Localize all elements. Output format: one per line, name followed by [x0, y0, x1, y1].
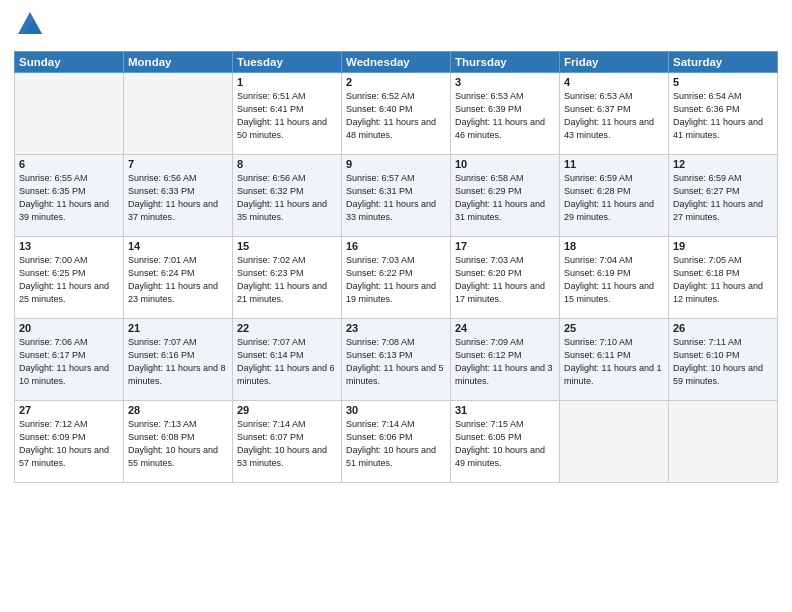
calendar-cell: 3Sunrise: 6:53 AMSunset: 6:39 PMDaylight… — [451, 72, 560, 154]
day-number: 5 — [673, 76, 773, 88]
weekday-header-tuesday: Tuesday — [233, 51, 342, 72]
day-number: 8 — [237, 158, 337, 170]
calendar-cell: 8Sunrise: 6:56 AMSunset: 6:32 PMDaylight… — [233, 154, 342, 236]
calendar-cell: 5Sunrise: 6:54 AMSunset: 6:36 PMDaylight… — [669, 72, 778, 154]
day-info: Sunrise: 6:52 AMSunset: 6:40 PMDaylight:… — [346, 90, 446, 142]
calendar-week-5: 27Sunrise: 7:12 AMSunset: 6:09 PMDayligh… — [15, 400, 778, 482]
calendar-cell — [15, 72, 124, 154]
weekday-header-thursday: Thursday — [451, 51, 560, 72]
day-number: 16 — [346, 240, 446, 252]
calendar-cell — [669, 400, 778, 482]
day-number: 7 — [128, 158, 228, 170]
day-info: Sunrise: 7:09 AMSunset: 6:12 PMDaylight:… — [455, 336, 555, 388]
calendar-cell: 13Sunrise: 7:00 AMSunset: 6:25 PMDayligh… — [15, 236, 124, 318]
day-number: 6 — [19, 158, 119, 170]
calendar-week-2: 6Sunrise: 6:55 AMSunset: 6:35 PMDaylight… — [15, 154, 778, 236]
calendar-week-4: 20Sunrise: 7:06 AMSunset: 6:17 PMDayligh… — [15, 318, 778, 400]
day-number: 2 — [346, 76, 446, 88]
day-number: 30 — [346, 404, 446, 416]
day-info: Sunrise: 6:57 AMSunset: 6:31 PMDaylight:… — [346, 172, 446, 224]
day-info: Sunrise: 7:14 AMSunset: 6:07 PMDaylight:… — [237, 418, 337, 470]
calendar-cell: 15Sunrise: 7:02 AMSunset: 6:23 PMDayligh… — [233, 236, 342, 318]
day-info: Sunrise: 7:04 AMSunset: 6:19 PMDaylight:… — [564, 254, 664, 306]
calendar-cell: 19Sunrise: 7:05 AMSunset: 6:18 PMDayligh… — [669, 236, 778, 318]
page-header — [14, 10, 778, 43]
day-info: Sunrise: 7:02 AMSunset: 6:23 PMDaylight:… — [237, 254, 337, 306]
calendar-cell: 9Sunrise: 6:57 AMSunset: 6:31 PMDaylight… — [342, 154, 451, 236]
day-number: 29 — [237, 404, 337, 416]
calendar-cell: 12Sunrise: 6:59 AMSunset: 6:27 PMDayligh… — [669, 154, 778, 236]
day-number: 3 — [455, 76, 555, 88]
day-info: Sunrise: 7:03 AMSunset: 6:20 PMDaylight:… — [455, 254, 555, 306]
calendar-cell: 4Sunrise: 6:53 AMSunset: 6:37 PMDaylight… — [560, 72, 669, 154]
calendar-cell: 1Sunrise: 6:51 AMSunset: 6:41 PMDaylight… — [233, 72, 342, 154]
day-info: Sunrise: 7:01 AMSunset: 6:24 PMDaylight:… — [128, 254, 228, 306]
day-info: Sunrise: 6:56 AMSunset: 6:32 PMDaylight:… — [237, 172, 337, 224]
calendar-cell: 27Sunrise: 7:12 AMSunset: 6:09 PMDayligh… — [15, 400, 124, 482]
weekday-header-wednesday: Wednesday — [342, 51, 451, 72]
day-number: 21 — [128, 322, 228, 334]
day-info: Sunrise: 7:06 AMSunset: 6:17 PMDaylight:… — [19, 336, 119, 388]
day-number: 14 — [128, 240, 228, 252]
day-number: 13 — [19, 240, 119, 252]
day-info: Sunrise: 6:56 AMSunset: 6:33 PMDaylight:… — [128, 172, 228, 224]
day-number: 26 — [673, 322, 773, 334]
day-number: 22 — [237, 322, 337, 334]
calendar-cell: 22Sunrise: 7:07 AMSunset: 6:14 PMDayligh… — [233, 318, 342, 400]
day-info: Sunrise: 7:07 AMSunset: 6:14 PMDaylight:… — [237, 336, 337, 388]
calendar-cell: 31Sunrise: 7:15 AMSunset: 6:05 PMDayligh… — [451, 400, 560, 482]
day-info: Sunrise: 6:53 AMSunset: 6:37 PMDaylight:… — [564, 90, 664, 142]
calendar-cell: 11Sunrise: 6:59 AMSunset: 6:28 PMDayligh… — [560, 154, 669, 236]
calendar-cell: 7Sunrise: 6:56 AMSunset: 6:33 PMDaylight… — [124, 154, 233, 236]
day-info: Sunrise: 7:15 AMSunset: 6:05 PMDaylight:… — [455, 418, 555, 470]
day-number: 31 — [455, 404, 555, 416]
calendar-week-1: 1Sunrise: 6:51 AMSunset: 6:41 PMDaylight… — [15, 72, 778, 154]
day-info: Sunrise: 7:05 AMSunset: 6:18 PMDaylight:… — [673, 254, 773, 306]
day-info: Sunrise: 6:58 AMSunset: 6:29 PMDaylight:… — [455, 172, 555, 224]
weekday-header-friday: Friday — [560, 51, 669, 72]
logo — [14, 10, 44, 43]
day-number: 11 — [564, 158, 664, 170]
calendar-cell: 16Sunrise: 7:03 AMSunset: 6:22 PMDayligh… — [342, 236, 451, 318]
calendar-cell: 25Sunrise: 7:10 AMSunset: 6:11 PMDayligh… — [560, 318, 669, 400]
calendar-cell: 2Sunrise: 6:52 AMSunset: 6:40 PMDaylight… — [342, 72, 451, 154]
day-number: 12 — [673, 158, 773, 170]
calendar-cell: 26Sunrise: 7:11 AMSunset: 6:10 PMDayligh… — [669, 318, 778, 400]
calendar-cell: 20Sunrise: 7:06 AMSunset: 6:17 PMDayligh… — [15, 318, 124, 400]
day-number: 10 — [455, 158, 555, 170]
day-info: Sunrise: 7:14 AMSunset: 6:06 PMDaylight:… — [346, 418, 446, 470]
logo-icon — [16, 10, 44, 38]
calendar-cell: 23Sunrise: 7:08 AMSunset: 6:13 PMDayligh… — [342, 318, 451, 400]
day-number: 4 — [564, 76, 664, 88]
day-number: 19 — [673, 240, 773, 252]
day-info: Sunrise: 6:59 AMSunset: 6:27 PMDaylight:… — [673, 172, 773, 224]
calendar: SundayMondayTuesdayWednesdayThursdayFrid… — [14, 51, 778, 483]
calendar-cell: 18Sunrise: 7:04 AMSunset: 6:19 PMDayligh… — [560, 236, 669, 318]
weekday-header-saturday: Saturday — [669, 51, 778, 72]
day-number: 1 — [237, 76, 337, 88]
day-number: 9 — [346, 158, 446, 170]
calendar-cell: 24Sunrise: 7:09 AMSunset: 6:12 PMDayligh… — [451, 318, 560, 400]
day-info: Sunrise: 7:10 AMSunset: 6:11 PMDaylight:… — [564, 336, 664, 388]
day-number: 15 — [237, 240, 337, 252]
day-number: 17 — [455, 240, 555, 252]
calendar-cell: 29Sunrise: 7:14 AMSunset: 6:07 PMDayligh… — [233, 400, 342, 482]
calendar-cell: 6Sunrise: 6:55 AMSunset: 6:35 PMDaylight… — [15, 154, 124, 236]
day-number: 25 — [564, 322, 664, 334]
day-info: Sunrise: 6:54 AMSunset: 6:36 PMDaylight:… — [673, 90, 773, 142]
weekday-header-monday: Monday — [124, 51, 233, 72]
weekday-header-sunday: Sunday — [15, 51, 124, 72]
calendar-cell: 14Sunrise: 7:01 AMSunset: 6:24 PMDayligh… — [124, 236, 233, 318]
calendar-cell: 17Sunrise: 7:03 AMSunset: 6:20 PMDayligh… — [451, 236, 560, 318]
day-info: Sunrise: 6:51 AMSunset: 6:41 PMDaylight:… — [237, 90, 337, 142]
day-info: Sunrise: 7:12 AMSunset: 6:09 PMDaylight:… — [19, 418, 119, 470]
calendar-cell — [124, 72, 233, 154]
day-number: 28 — [128, 404, 228, 416]
day-info: Sunrise: 6:53 AMSunset: 6:39 PMDaylight:… — [455, 90, 555, 142]
day-info: Sunrise: 7:00 AMSunset: 6:25 PMDaylight:… — [19, 254, 119, 306]
weekday-header-row: SundayMondayTuesdayWednesdayThursdayFrid… — [15, 51, 778, 72]
day-info: Sunrise: 7:13 AMSunset: 6:08 PMDaylight:… — [128, 418, 228, 470]
day-info: Sunrise: 6:55 AMSunset: 6:35 PMDaylight:… — [19, 172, 119, 224]
calendar-cell: 30Sunrise: 7:14 AMSunset: 6:06 PMDayligh… — [342, 400, 451, 482]
day-number: 20 — [19, 322, 119, 334]
